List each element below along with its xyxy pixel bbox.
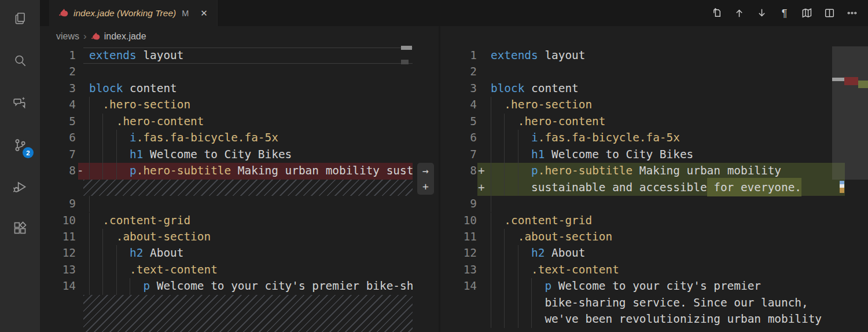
code-row[interactable]: extends layout [491,48,845,64]
code-row[interactable]: block content [89,81,413,97]
code-token [491,98,504,111]
indent-guide [504,311,505,327]
breadcrumb-file[interactable]: index.jade [104,31,146,42]
overview-cursor-mark [832,78,844,81]
code-row[interactable]: i.fas.fa-bicycle.fa-5x [89,130,413,146]
code-row[interactable]: .text-content [89,262,413,278]
code-row[interactable]: .about-section [89,229,413,245]
overview-ruler [832,46,868,332]
code-row[interactable]: extends layout [89,48,413,64]
more-actions-icon[interactable] [843,4,861,22]
code-row[interactable]: p Welcome to your city's premier [491,278,845,294]
code-row[interactable]: .hero-section [491,97,845,113]
tab-title: index.jade (Working Tree) [73,8,176,19]
overview-added-mark [858,81,868,88]
code-row[interactable]: h1 Welcome to City Bikes [89,147,413,163]
code-row[interactable]: p.hero-subtitle Making urban mobility su… [89,163,413,179]
code-row[interactable]: .hero-section [89,97,413,113]
diff-filler-row [83,180,413,196]
sidebar-item-run-debug[interactable] [0,173,40,200]
code-row[interactable]: h2 About [89,245,413,261]
indent-guide [491,114,491,130]
code-row[interactable]: sustainable and accessible for everyone. [491,180,845,196]
scrollbar-slider[interactable] [832,46,868,180]
previous-change-icon[interactable] [730,4,748,22]
indent-guide [89,278,90,294]
code-row[interactable]: .content-grid [89,213,413,229]
code-row[interactable]: p Welcome to your city's premier bike-sh… [89,278,413,294]
diff-sign: + [478,180,485,196]
diff-sash[interactable] [439,26,440,332]
indent-guide [89,196,90,212]
code-row[interactable]: we've been revolutionizing urban mobilit… [491,311,845,327]
code-row[interactable]: block content [491,81,845,97]
indent-guide [531,278,532,294]
indent-guide [518,163,518,179]
left-overview-secondary-mark [401,60,409,64]
code-token: .about-section [116,230,211,243]
indent-guide [491,163,491,179]
tab-bar: index.jade (Working Tree) M ✕ ¶ [40,0,868,26]
sidebar-item-search[interactable] [0,47,40,75]
line-number: 3 [444,81,477,97]
indent-guide [89,97,90,113]
next-change-icon[interactable] [753,4,771,22]
editor-toolbar: ¶ [708,0,868,26]
tab-index-jade-working-tree[interactable]: index.jade (Working Tree) M ✕ [49,0,218,26]
code-token: block [89,82,123,95]
sidebar-item-explorer[interactable] [0,5,40,32]
indent-guide [518,295,518,311]
code-row[interactable]: h1 Welcome to City Bikes [491,147,845,163]
code-token [491,214,504,227]
line-number: 4 [444,97,477,113]
breadcrumb-folder[interactable]: views [56,31,79,42]
line-number: 2 [444,64,477,80]
indent-guide [102,262,103,278]
sidebar-item-extensions[interactable] [0,214,40,242]
indent-guide [102,278,103,294]
code-row[interactable]: i.fas.fa-bicycle.fa-5x [491,130,845,146]
jade-file-icon [58,8,68,18]
indent-guide [116,245,117,261]
chevron-right-icon: › [83,31,87,42]
code-row[interactable]: .content-grid [491,213,845,229]
indent-guide [89,213,90,229]
code-token: p [545,279,551,293]
indent-guide [518,147,518,163]
split-editor-icon[interactable] [821,4,838,22]
stage-change-button[interactable]: + [422,181,429,192]
line-number: 12 [444,245,477,261]
line-number: 13 [444,262,477,278]
code-row[interactable]: h2 About [491,245,845,261]
sidebar-item-chat[interactable] [0,89,40,116]
open-file-icon[interactable] [708,4,726,22]
code-token: .hero-section [102,98,190,111]
activity-bar: 2 [0,0,40,332]
chat-sparkle-icon [12,95,28,111]
code-token [491,164,531,177]
code-token: .hero-subtitle [538,164,632,177]
jade-file-icon [91,32,100,41]
line-number: 4 [40,97,76,113]
whitespace-icon[interactable]: ¶ [775,4,793,22]
code-row[interactable]: .text-content [491,262,845,278]
code-token: p [143,279,150,293]
left-editor[interactable]: 1extends layout23block content4 .hero-se… [40,46,413,332]
breadcrumb: views › index.jade [40,26,868,46]
close-icon[interactable]: ✕ [200,8,208,19]
code-token: bike-sharing service. Since our launch, [545,296,808,309]
map-icon[interactable] [798,4,816,22]
code-row[interactable]: .hero-content [491,114,845,130]
line-number: 1 [40,48,76,64]
code-row[interactable]: .hero-content [89,114,413,130]
left-overview-cursor-mark [401,46,412,50]
sidebar-item-source-control[interactable]: 2 [0,131,40,159]
right-editor[interactable]: 1extends layout23block content4 .hero-se… [444,46,845,332]
code-token: extends [89,49,137,62]
code-row[interactable]: bike-sharing service. Since our launch, [491,295,845,311]
code-row[interactable]: .about-section [491,229,845,245]
line-number: 9 [40,196,76,212]
indent-guide [102,163,103,179]
code-row[interactable]: p.hero-subtitle Making urban mobility [491,163,845,179]
revert-change-button[interactable]: → [422,166,429,176]
